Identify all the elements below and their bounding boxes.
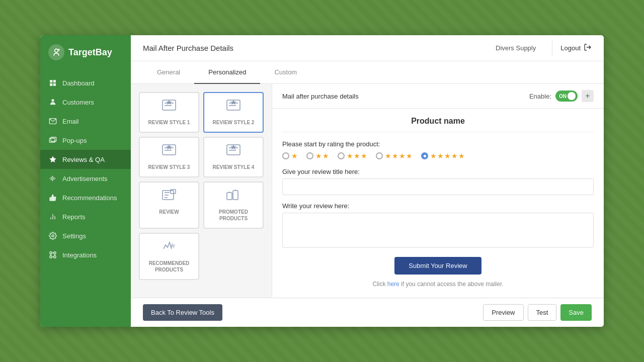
style-card-4[interactable]: REVIEW STYLE 4 — [203, 137, 264, 177]
style1-icon — [162, 99, 177, 116]
store-name: Divers Supply — [496, 44, 544, 52]
tab-general[interactable]: General — [143, 61, 194, 84]
sidebar-item-email[interactable]: Email — [40, 112, 131, 131]
style1-label: REVIEW STYLE 1 — [148, 119, 190, 126]
right-panel-title: Mail after purchase details — [282, 93, 359, 100]
footer-after: if you cannot access the above mailer. — [399, 281, 504, 288]
stars-2: ★★ — [315, 152, 330, 160]
sidebar-label-customers: Customers — [62, 99, 94, 106]
style-card-2[interactable]: REVIEW STYLE 2 — [203, 92, 264, 133]
style-card-review[interactable]: REVIEW — [139, 182, 199, 229]
sidebar-label-email: Email — [62, 118, 79, 125]
tab-personalized[interactable]: Personalized — [194, 61, 260, 84]
svg-rect-8 — [49, 138, 55, 142]
review-label: REVIEW — [159, 209, 179, 215]
enable-toggle[interactable]: ON — [555, 90, 578, 102]
sidebar-item-reports[interactable]: Reports — [40, 207, 131, 226]
sidebar-item-settings[interactable]: Settings — [40, 226, 131, 245]
sidebar-item-reviews[interactable]: Reviews & QA — [40, 150, 131, 169]
star-option-4[interactable]: ★★★★ — [376, 152, 413, 160]
test-button[interactable]: Test — [528, 304, 557, 321]
sidebar-label-reports: Reports — [62, 213, 86, 221]
radio-1-star — [282, 152, 289, 159]
tab-custom[interactable]: Custom — [260, 61, 311, 84]
style-grid: REVIEW STYLE 1 REVIEW STYLE 2 — [139, 92, 264, 280]
style-card-promoted[interactable]: PROMOTED PRODUCTS — [203, 182, 264, 229]
promoted-label: PROMOTED PRODUCTS — [208, 209, 259, 222]
radio-4-stars — [376, 152, 383, 159]
footer-note: Click here if you cannot access the abov… — [282, 281, 594, 288]
svg-rect-15 — [54, 252, 56, 254]
email-icon — [48, 117, 57, 126]
sidebar-item-advertisements[interactable]: Advertisements — [40, 169, 131, 188]
review-icon — [162, 189, 177, 206]
svg-rect-4 — [50, 83, 52, 86]
svg-marker-45 — [170, 243, 176, 248]
recommended-icon — [162, 240, 177, 257]
promoted-icon — [226, 189, 241, 206]
right-panel: Mail after purchase details Enable: ON +… — [272, 84, 604, 298]
logout-icon — [584, 43, 592, 53]
sidebar-item-integrations[interactable]: Integrations — [40, 245, 131, 264]
integrations-icon — [48, 250, 57, 259]
footer-here-link[interactable]: here — [387, 281, 399, 288]
style2-label: REVIEW STYLE 2 — [213, 119, 255, 126]
svg-point-0 — [55, 49, 58, 52]
main-content: Mail After Purchase Details Divers Suppl… — [131, 35, 604, 327]
svg-rect-3 — [53, 80, 56, 82]
stars-4: ★★★★ — [385, 152, 413, 160]
sidebar: TargetBay Dashboard Customers Email — [40, 35, 131, 327]
preview-area: Product name Please start by rating the … — [272, 109, 604, 298]
review-text-input[interactable] — [282, 213, 594, 248]
svg-rect-17 — [54, 256, 56, 258]
style3-label: REVIEW STYLE 3 — [148, 164, 190, 170]
radio-5-stars — [421, 152, 428, 159]
back-to-review-tools-button[interactable]: Back To Review Tools — [143, 304, 222, 321]
star-option-1[interactable]: ★ — [282, 152, 298, 160]
toggle-knob — [568, 92, 576, 100]
style-card-1[interactable]: REVIEW STYLE 1 — [139, 92, 199, 133]
topbar: Mail After Purchase Details Divers Suppl… — [131, 35, 604, 61]
add-button[interactable]: + — [582, 90, 594, 102]
sidebar-label-integrations: Integrations — [62, 251, 97, 259]
rating-section: Please start by rating the product: ★ ★★ — [282, 140, 594, 160]
style-card-recommended[interactable]: RECOMMENDED PRODUCTS — [139, 233, 199, 280]
sidebar-label-reviews: Reviews & QA — [62, 156, 105, 163]
dashboard-icon — [48, 78, 57, 87]
sidebar-item-popups[interactable]: Pop-ups — [40, 131, 131, 150]
style-card-3[interactable]: REVIEW STYLE 3 — [139, 137, 199, 177]
svg-rect-16 — [50, 256, 52, 258]
popups-icon — [48, 136, 57, 145]
toggle-on-label: ON — [559, 94, 567, 99]
reports-icon — [48, 212, 57, 221]
bottom-bar: Back To Review Tools Preview Test Save — [131, 298, 604, 327]
style2-icon — [226, 99, 241, 116]
product-name-heading: Product name — [282, 117, 594, 132]
svg-point-1 — [58, 49, 59, 50]
logout-button[interactable]: Logout — [560, 43, 592, 53]
sidebar-nav: Dashboard Customers Email Pop-ups — [40, 69, 131, 327]
left-panel: REVIEW STYLE 1 REVIEW STYLE 2 — [131, 84, 272, 298]
star-option-2[interactable]: ★★ — [306, 152, 330, 160]
sidebar-item-recommendations[interactable]: Recommendations — [40, 188, 131, 207]
recommendations-icon — [48, 193, 57, 202]
footer-before: Click — [372, 281, 387, 288]
star-option-3[interactable]: ★★★ — [338, 152, 368, 160]
star-option-5[interactable]: ★★★★★ — [421, 152, 465, 160]
page-title: Mail After Purchase Details — [143, 44, 233, 52]
advertisements-icon — [48, 174, 57, 183]
sidebar-item-customers[interactable]: Customers — [40, 93, 131, 112]
enable-row: Enable: ON + — [529, 90, 594, 102]
review-title-input[interactable] — [282, 178, 594, 195]
enable-label: Enable: — [529, 93, 551, 100]
sidebar-item-dashboard[interactable]: Dashboard — [40, 73, 131, 93]
app-name: TargetBay — [68, 47, 112, 58]
preview-button[interactable]: Preview — [483, 304, 523, 321]
sidebar-label-recommendations: Recommendations — [62, 194, 117, 202]
style4-label: REVIEW STYLE 4 — [213, 164, 255, 170]
save-button[interactable]: Save — [560, 304, 592, 321]
tabs-area: General Personalized Custom — [131, 61, 604, 84]
submit-review-button[interactable]: Submit Your Review — [394, 257, 481, 275]
stars-1: ★ — [291, 152, 298, 160]
svg-rect-14 — [50, 252, 52, 254]
